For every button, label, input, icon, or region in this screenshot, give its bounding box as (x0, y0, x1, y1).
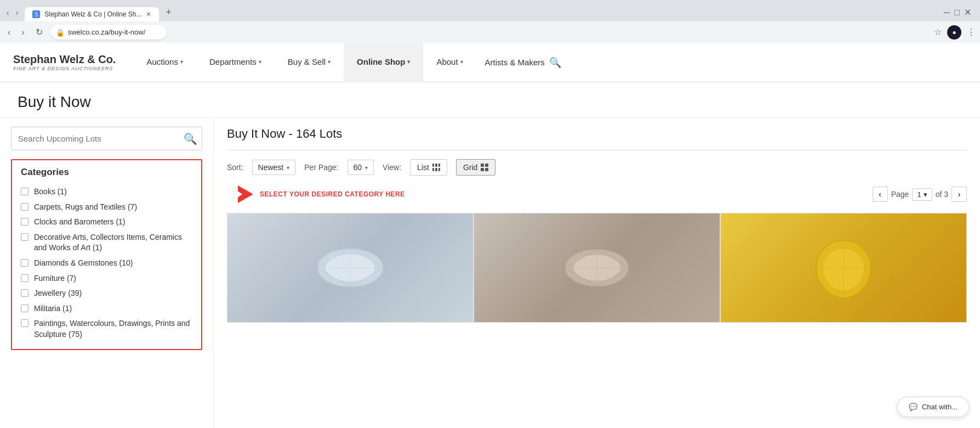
sort-dropdown-arrow: ▾ (287, 165, 289, 171)
grid-view-btn[interactable]: Grid (456, 159, 495, 176)
category-diamonds[interactable]: Diamonds & Gemstones (10) (21, 256, 192, 271)
profile-avatar[interactable]: ● (947, 25, 961, 40)
category-militaria-checkbox[interactable] (21, 305, 29, 312)
per-page-value: 60 (354, 163, 362, 172)
grid-view-icon (481, 164, 488, 171)
nav-search[interactable]: Artists & Makers 🔍 (485, 57, 561, 69)
sidebar: 🔍 Categories Books (1) Carpets, Rugs and… (0, 118, 214, 428)
category-decorative-arts-label: Decorative Arts, Collectors Items, Ceram… (34, 232, 192, 254)
category-paintings-checkbox[interactable] (21, 319, 29, 327)
search-input[interactable] (16, 129, 184, 148)
tab-title: Stephan Welz & Co | Online Sh... (44, 10, 141, 18)
chat-button[interactable]: 💬 Chat with... (897, 397, 969, 417)
category-carpets-checkbox[interactable] (21, 203, 29, 211)
gem-shape-2 (553, 224, 641, 312)
list-view-label: List (417, 163, 429, 172)
browser-actions: ☆ ● ⋮ (934, 25, 976, 40)
category-books[interactable]: Books (1) (21, 184, 192, 200)
address-bar-wrap: 🔒 (50, 25, 930, 40)
lock-icon: 🔒 (56, 28, 65, 36)
bookmark-btn[interactable]: ☆ (934, 27, 942, 37)
category-militaria[interactable]: Militaria (1) (21, 301, 192, 317)
nav-item-departments[interactable]: Departments ▾ (196, 43, 275, 82)
category-furniture[interactable]: Furniture (7) (21, 271, 192, 286)
next-page-btn[interactable]: › (951, 187, 967, 202)
category-jewellery[interactable]: Jewellery (39) (21, 286, 192, 301)
list-view-btn[interactable]: List (410, 159, 447, 176)
reload-btn[interactable]: ↻ (32, 25, 46, 40)
pagination-row: SELECT YOUR DESIRED CATEGORY HERE ‹ Page… (227, 184, 967, 204)
gem-shape-3 (800, 224, 887, 312)
close-browser-btn[interactable]: ✕ (964, 7, 971, 18)
site-logo[interactable]: Stephan Welz & Co. FINE ART & DESIGN AUC… (13, 53, 116, 72)
tab-favicon: S (32, 10, 40, 18)
category-decorative-arts-checkbox[interactable] (21, 233, 29, 241)
departments-dropdown-arrow: ▾ (259, 59, 261, 65)
artists-makers-link[interactable]: Artists & Makers (485, 58, 545, 67)
forward-btn[interactable]: › (18, 25, 27, 40)
per-page-select[interactable]: 60 ▾ (347, 160, 374, 175)
categories-box: Categories Books (1) Carpets, Rugs and T… (11, 159, 202, 350)
tab-nav-left[interactable]: ‹ (4, 7, 12, 18)
page-num-select[interactable]: 1 ▾ (912, 188, 932, 201)
nav-item-online-shop[interactable]: Online Shop ▾ (344, 43, 423, 82)
category-diamonds-label: Diamonds & Gemstones (10) (34, 258, 133, 269)
main-content: Buy It Now - 164 Lots Sort: Newest ▾ Per… (214, 118, 980, 428)
menu-btn[interactable]: ⋮ (967, 27, 976, 37)
gem-shape-1 (306, 224, 394, 312)
maximize-btn[interactable]: □ (954, 7, 960, 18)
arrow-indicator (227, 184, 254, 204)
grid-view-label: Grid (463, 163, 477, 172)
page-num-dropdown-arrow: ▾ (924, 190, 927, 199)
category-diamonds-checkbox[interactable] (21, 259, 29, 267)
minimize-btn[interactable]: ─ (944, 7, 950, 18)
nav-item-buy-sell[interactable]: Buy & Sell ▾ (275, 43, 344, 82)
online-shop-dropdown-arrow: ▾ (407, 59, 410, 65)
category-decorative-arts[interactable]: Decorative Arts, Collectors Items, Ceram… (21, 230, 192, 256)
lots-header: Buy It Now - 164 Lots (227, 127, 967, 150)
category-jewellery-checkbox[interactable] (21, 289, 29, 297)
active-tab[interactable]: S Stephan Welz & Co | Online Sh... ✕ (25, 7, 159, 21)
product-card-3[interactable] (720, 213, 967, 323)
nav-item-about[interactable]: About ▾ (423, 43, 476, 82)
nav-item-auctions[interactable]: Auctions ▾ (133, 43, 196, 82)
back-btn[interactable]: ‹ (4, 25, 14, 40)
category-clocks-checkbox[interactable] (21, 218, 29, 226)
logo-main: Stephan Welz & Co. (13, 53, 116, 66)
category-carpets-label: Carpets, Rugs and Textiles (7) (34, 202, 137, 213)
site-header: Stephan Welz & Co. FINE ART & DESIGN AUC… (0, 43, 980, 82)
address-bar-row: ‹ › ↻ 🔒 ☆ ● ⋮ (0, 21, 980, 43)
chat-label: Chat with... (922, 403, 958, 411)
category-books-checkbox[interactable] (21, 188, 29, 195)
prev-page-btn[interactable]: ‹ (873, 187, 888, 202)
pagination-controls: ‹ Page 1 ▾ of 3 › (873, 187, 967, 202)
categories-title: Categories (21, 167, 192, 178)
toolbar: Sort: Newest ▾ Per Page: 60 ▾ View: List (227, 159, 967, 176)
view-label: View: (383, 163, 401, 172)
tab-close-btn[interactable]: ✕ (146, 10, 151, 18)
product-card-2[interactable] (474, 213, 720, 323)
category-paintings[interactable]: Paintings, Watercolours, Drawings, Print… (21, 316, 192, 342)
tab-nav-right[interactable]: › (14, 7, 21, 18)
chat-icon: 💬 (909, 403, 918, 411)
about-dropdown-arrow: ▾ (460, 59, 463, 65)
category-clocks-label: Clocks and Barometers (1) (34, 217, 126, 228)
category-books-label: Books (1) (34, 187, 67, 198)
category-carpets[interactable]: Carpets, Rugs and Textiles (7) (21, 200, 192, 215)
sort-label: Sort: (227, 163, 243, 172)
current-page: 1 (917, 190, 921, 199)
logo-sub: FINE ART & DESIGN AUCTIONEERS (13, 66, 116, 72)
site-nav: Auctions ▾ Departments ▾ Buy & Sell ▾ On… (133, 43, 967, 82)
search-button[interactable]: 🔍 (184, 132, 197, 145)
category-jewellery-label: Jewellery (39) (34, 288, 82, 299)
category-furniture-checkbox[interactable] (21, 274, 29, 282)
auctions-dropdown-arrow: ▾ (180, 59, 183, 65)
search-icon[interactable]: 🔍 (549, 57, 561, 69)
sort-select[interactable]: Newest ▾ (252, 160, 296, 175)
category-clocks[interactable]: Clocks and Barometers (1) (21, 215, 192, 230)
product-card-1[interactable] (227, 213, 474, 323)
address-input[interactable] (50, 25, 167, 40)
of-label: of 3 (936, 190, 948, 199)
per-page-dropdown-arrow: ▾ (365, 165, 368, 171)
new-tab-btn[interactable]: + (160, 3, 177, 21)
